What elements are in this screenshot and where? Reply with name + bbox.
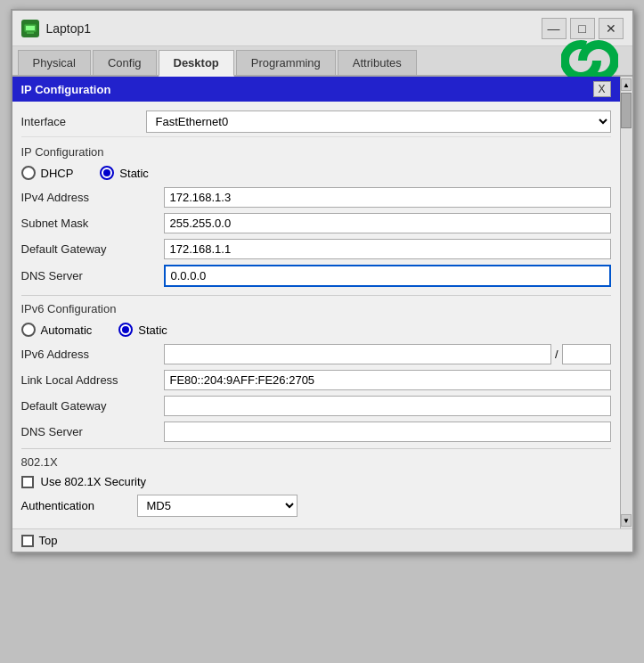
ipv4-address-row: IPv4 Address <box>21 184 611 210</box>
scrollbar-down-button[interactable]: ▼ <box>621 514 632 527</box>
dot1x-checkbox-label: Use 802.1X Security <box>41 475 147 488</box>
ipv6-sub-title: IPv6 Configuration <box>21 299 611 318</box>
default-gateway-row: Default Gateway <box>21 236 611 262</box>
default-gateway6-row: Default Gateway <box>21 393 611 419</box>
ipv4-address-input[interactable] <box>164 187 611 208</box>
tab-desktop[interactable]: Desktop <box>159 50 234 77</box>
link-local-row: Link Local Address <box>21 367 611 393</box>
app-icon <box>21 20 39 37</box>
subnet-mask-label: Subnet Mask <box>21 217 164 230</box>
ip-config-header: IP Configuration X <box>12 77 620 102</box>
form-container: IP Configuration X Interface FastEtherne… <box>12 77 620 528</box>
auto-static-row: Automatic Static <box>21 318 611 341</box>
dhcp-label: DHCP <box>41 167 74 180</box>
dhcp-static-row: DHCP Static <box>21 161 611 184</box>
static6-label: Static <box>138 323 167 337</box>
dot1x-checkbox[interactable] <box>21 476 34 488</box>
bottom-bar: Top <box>12 528 632 552</box>
link-local-label: Link Local Address <box>21 373 164 387</box>
automatic-radio[interactable]: Automatic <box>21 323 93 337</box>
title-bar-left: Laptop1 <box>21 20 92 37</box>
svg-rect-2 <box>26 26 35 30</box>
default-gateway6-input[interactable] <box>164 396 611 416</box>
tab-programming[interactable]: Programming <box>236 50 336 75</box>
ipv4-section: IP Configuration DHCP Static <box>21 143 611 290</box>
ipv6-slash: / <box>555 348 558 361</box>
svg-rect-1 <box>27 32 34 34</box>
dns-server6-input[interactable] <box>164 422 611 442</box>
interface-select[interactable]: FastEthernet0 <box>146 110 611 133</box>
dhcp-radio-circle[interactable] <box>21 166 36 180</box>
default-gateway6-label: Default Gateway <box>21 399 164 413</box>
ipv6-address-row: IPv6 Address / <box>21 341 611 367</box>
ipv6-address-group: / <box>164 344 611 364</box>
static6-radio-circle[interactable] <box>118 323 133 337</box>
dns-server-row: DNS Server <box>21 262 611 290</box>
ipv6-address-label: IPv6 Address <box>21 348 164 361</box>
scrollbar-thumb[interactable] <box>621 93 632 128</box>
ipv6-prefix-input[interactable] <box>562 344 611 364</box>
title-controls: — □ ✕ <box>542 18 624 39</box>
static-radio[interactable]: Static <box>100 166 149 180</box>
ipv6-section: IPv6 Configuration Automatic Static <box>21 295 611 445</box>
form-area: Interface FastEthernet0 IP Configuration… <box>12 102 620 528</box>
default-gateway-input[interactable] <box>164 239 611 259</box>
static-label: Static <box>119 167 149 180</box>
main-window: Laptop1 — □ ✕ Physical Config Desktop Pr… <box>11 9 634 553</box>
top-checkbox[interactable] <box>21 535 34 547</box>
dot1x-section: 802.1X Use 802.1X Security Authenticatio… <box>21 448 611 520</box>
automatic-radio-circle[interactable] <box>21 323 36 337</box>
auth-row: Authentication MD5 SHA <box>21 492 611 520</box>
maximize-button[interactable]: □ <box>570 18 595 39</box>
interface-row: Interface FastEthernet0 <box>21 107 611 137</box>
dot1x-title: 802.1X <box>21 453 611 471</box>
static-radio-circle[interactable] <box>100 166 114 180</box>
scrollbar-up-button[interactable]: ▲ <box>621 78 632 91</box>
scrollbar: ▲ ▼ <box>620 77 632 528</box>
tab-physical[interactable]: Physical <box>18 50 91 75</box>
tab-attributes[interactable]: Attributes <box>338 50 417 75</box>
ipv4-address-label: IPv4 Address <box>21 191 164 204</box>
title-bar: Laptop1 — □ ✕ <box>12 11 632 46</box>
auth-select[interactable]: MD5 SHA <box>137 495 298 517</box>
ip-config-close-button[interactable]: X <box>593 81 611 97</box>
ip-config-sub-title: IP Configuration <box>21 143 611 161</box>
auth-label: Authentication <box>21 499 137 512</box>
link-local-input[interactable] <box>164 370 611 390</box>
interface-label: Interface <box>21 115 146 128</box>
ip-config-title: IP Configuration <box>21 83 111 96</box>
static6-radio[interactable]: Static <box>118 323 167 337</box>
tab-bar: Physical Config Desktop Programming Attr… <box>12 46 632 77</box>
tab-config[interactable]: Config <box>93 50 157 75</box>
ipv6-address-input[interactable] <box>164 344 551 364</box>
dot1x-checkbox-row: Use 802.1X Security <box>21 471 611 492</box>
default-gateway-label: Default Gateway <box>21 242 164 256</box>
dns-server-input[interactable] <box>164 265 611 287</box>
window-close-button[interactable]: ✕ <box>599 18 624 39</box>
dns-server6-label: DNS Server <box>21 425 164 438</box>
top-label: Top <box>39 534 58 547</box>
automatic-label: Automatic <box>41 323 93 337</box>
subnet-mask-input[interactable] <box>164 213 611 233</box>
dns-server6-row: DNS Server <box>21 419 611 445</box>
subnet-mask-row: Subnet Mask <box>21 210 611 236</box>
main-body: IP Configuration X Interface FastEtherne… <box>12 77 632 528</box>
dns-server-label: DNS Server <box>21 269 164 282</box>
window-title: Laptop1 <box>46 21 92 36</box>
minimize-button[interactable]: — <box>542 18 567 39</box>
dhcp-radio[interactable]: DHCP <box>21 166 74 180</box>
